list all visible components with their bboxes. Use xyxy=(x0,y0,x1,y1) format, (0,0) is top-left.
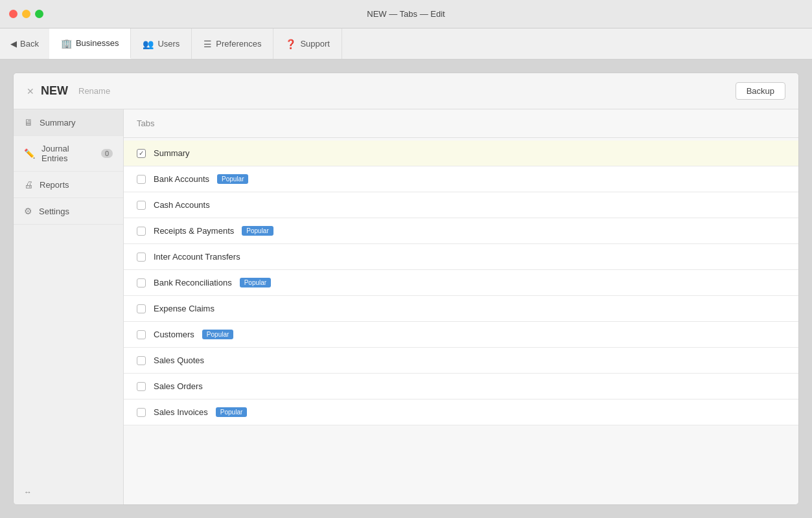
checkbox-bank-reconciliations[interactable] xyxy=(137,278,146,287)
maximize-window-button[interactable] xyxy=(35,10,43,18)
checkbox-sales-orders[interactable] xyxy=(137,382,146,391)
journal-badge: 0 xyxy=(101,149,113,158)
expand-icon: ↔ xyxy=(24,488,32,497)
tab-row-bank-accounts[interactable]: Bank Accounts Popular xyxy=(124,166,798,192)
businesses-icon: 🏢 xyxy=(61,38,72,49)
journal-icon: ✏️ xyxy=(24,148,35,159)
popular-badge-bank-accounts: Popular xyxy=(217,174,248,184)
title-bar: NEW — Tabs — Edit xyxy=(0,0,812,28)
tab-row-cash-accounts[interactable]: Cash Accounts xyxy=(124,192,798,218)
popular-badge-sales-invoices: Popular xyxy=(216,407,247,417)
sidebar: 🖥 Summary ✏️ Journal Entries 0 🖨 Reports… xyxy=(14,109,124,504)
card-header-left: ✕ NEW Rename xyxy=(27,84,110,98)
sidebar-item-journal-entries[interactable]: ✏️ Journal Entries 0 xyxy=(14,136,123,172)
popular-badge-receipts: Popular xyxy=(242,226,273,236)
sidebar-label-summary: Summary xyxy=(40,118,76,128)
card: ✕ NEW Rename Backup 🖥 Summary ✏️ Journal… xyxy=(13,73,799,505)
sidebar-expand-button[interactable]: ↔ xyxy=(14,480,123,504)
sidebar-item-summary[interactable]: 🖥 Summary xyxy=(14,109,123,136)
checkbox-expense-claims[interactable] xyxy=(137,304,146,313)
card-title: NEW xyxy=(41,84,68,98)
checkmark-icon: ✓ xyxy=(139,150,144,157)
tab-row-sales-orders[interactable]: Sales Orders xyxy=(124,374,798,400)
checkbox-customers[interactable] xyxy=(137,330,146,339)
window-title: NEW — Tabs — Edit xyxy=(367,9,445,19)
panel-header: Tabs xyxy=(124,109,798,138)
support-icon: ❓ xyxy=(285,39,296,49)
rename-button[interactable]: Rename xyxy=(78,86,110,96)
backup-button[interactable]: Backup xyxy=(736,82,785,100)
card-header: ✕ NEW Rename Backup xyxy=(14,73,798,109)
tab-row-expense-claims[interactable]: Expense Claims xyxy=(124,296,798,322)
checkbox-summary[interactable]: ✓ xyxy=(137,149,146,158)
nav-support[interactable]: ❓ Support xyxy=(273,28,342,59)
nav-users-label: Users xyxy=(157,39,180,49)
nav-users[interactable]: 👥 Users xyxy=(131,28,192,59)
nav-support-label: Support xyxy=(300,39,330,49)
tab-name-bank-reconciliations: Bank Reconciliations xyxy=(154,278,232,287)
checkbox-sales-invoices[interactable] xyxy=(137,408,146,417)
nav-businesses-label: Businesses xyxy=(76,38,119,48)
nav-businesses[interactable]: 🏢 Businesses xyxy=(49,28,131,59)
tab-name-summary: Summary xyxy=(154,148,190,158)
back-arrow-icon: ◀ xyxy=(10,39,17,49)
tab-name-sales-orders: Sales Orders xyxy=(154,381,203,391)
reports-icon: 🖨 xyxy=(24,179,33,190)
checkbox-bank-accounts[interactable] xyxy=(137,175,146,184)
tab-name-bank-accounts: Bank Accounts xyxy=(154,174,209,184)
tab-row-receipts-payments[interactable]: Receipts & Payments Popular xyxy=(124,218,798,244)
popular-badge-customers: Popular xyxy=(202,330,233,339)
checkbox-sales-quotes[interactable] xyxy=(137,356,146,365)
back-button[interactable]: ◀ Back xyxy=(0,28,49,59)
window-controls xyxy=(9,10,43,18)
back-label: Back xyxy=(20,39,39,49)
tab-row-bank-reconciliations[interactable]: Bank Reconciliations Popular xyxy=(124,270,798,296)
tab-row-sales-quotes[interactable]: Sales Quotes xyxy=(124,348,798,374)
nav-preferences-label: Preferences xyxy=(216,39,261,49)
sidebar-item-reports[interactable]: 🖨 Reports xyxy=(14,172,123,198)
nav-preferences[interactable]: ☰ Preferences xyxy=(192,28,273,59)
tab-name-receipts-payments: Receipts & Payments xyxy=(154,226,234,236)
tab-row-summary[interactable]: ✓ Summary xyxy=(124,141,798,166)
sidebar-item-settings[interactable]: ⚙ Settings xyxy=(14,198,123,225)
card-close-icon[interactable]: ✕ xyxy=(27,86,34,96)
minimize-window-button[interactable] xyxy=(22,10,30,18)
summary-icon: 🖥 xyxy=(24,117,33,128)
tab-row-inter-account[interactable]: Inter Account Transfers xyxy=(124,244,798,270)
checkbox-receipts-payments[interactable] xyxy=(137,227,146,236)
preferences-icon: ☰ xyxy=(203,39,212,49)
tab-name-inter-account: Inter Account Transfers xyxy=(154,252,240,262)
tab-list: ✓ Summary Bank Accounts Popular Cash Acc… xyxy=(124,138,798,504)
tab-name-customers: Customers xyxy=(154,330,194,339)
users-icon: 👥 xyxy=(143,39,154,49)
main-area: ✕ NEW Rename Backup 🖥 Summary ✏️ Journal… xyxy=(0,60,812,518)
nav-bar: ◀ Back 🏢 Businesses 👥 Users ☰ Preference… xyxy=(0,28,812,60)
tab-name-sales-quotes: Sales Quotes xyxy=(154,355,204,365)
card-body: 🖥 Summary ✏️ Journal Entries 0 🖨 Reports… xyxy=(14,109,798,504)
main-panel: Tabs ✓ Summary Bank Accounts Popular xyxy=(124,109,798,504)
tab-row-sales-invoices[interactable]: Sales Invoices Popular xyxy=(124,400,798,425)
sidebar-label-settings: Settings xyxy=(39,207,69,216)
sidebar-label-reports: Reports xyxy=(40,180,69,190)
sidebar-label-journal: Journal Entries xyxy=(41,144,95,163)
settings-icon: ⚙ xyxy=(24,206,32,216)
tab-row-customers[interactable]: Customers Popular xyxy=(124,322,798,348)
close-window-button[interactable] xyxy=(9,10,17,18)
tab-name-sales-invoices: Sales Invoices xyxy=(154,407,208,417)
tab-name-expense-claims: Expense Claims xyxy=(154,304,215,313)
checkbox-cash-accounts[interactable] xyxy=(137,201,146,210)
tab-name-cash-accounts: Cash Accounts xyxy=(154,200,210,210)
popular-badge-bank-rec: Popular xyxy=(240,278,271,287)
checkbox-inter-account[interactable] xyxy=(137,253,146,262)
